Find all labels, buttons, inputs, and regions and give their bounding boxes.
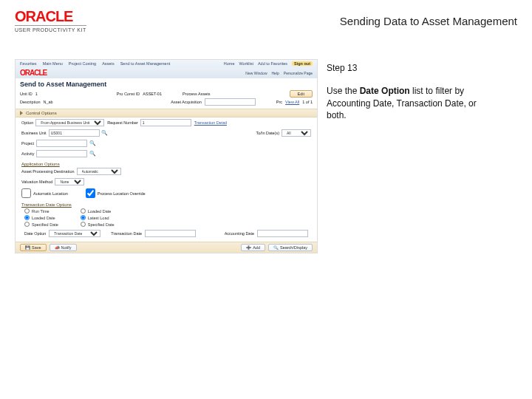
acq-input[interactable]	[205, 98, 256, 106]
notify-button[interactable]: 📣 Notify	[50, 244, 77, 251]
view-all-link[interactable]: View All	[285, 100, 299, 104]
save-button[interactable]: 💾 Save	[20, 244, 47, 251]
menu-item[interactable]: Main Menu	[43, 61, 63, 66]
txn-date-label: Transaction Date	[111, 231, 142, 236]
valmeth-label: Valuation Method	[21, 180, 52, 184]
unit-id-value: 1	[35, 92, 38, 96]
edit-button[interactable]: Edit	[290, 90, 313, 98]
procloc-checkbox[interactable]	[86, 188, 95, 198]
radio-label: Specified Date	[88, 222, 115, 227]
acct-date-input[interactable]	[257, 230, 308, 237]
app-page-title: Send to Asset Management	[16, 78, 317, 90]
menu-link[interactable]: Home	[224, 61, 235, 66]
logobar-link[interactable]: Personalize Page	[284, 71, 313, 75]
page-title: Sending Data to Asset Management	[340, 15, 517, 27]
signout-button[interactable]: Sign out	[292, 61, 313, 66]
instructions-panel: Step 13 Use the Date Option list to filt…	[327, 59, 489, 122]
control-options-header[interactable]: Control Options	[16, 109, 317, 117]
menu-link[interactable]: Worklist	[239, 61, 253, 66]
menu-item[interactable]: Send to Asset Management	[120, 61, 171, 66]
application-options-header: Application Options	[16, 159, 317, 166]
txn-detail-link[interactable]: Transaction Detail	[194, 120, 227, 125]
description-value: N_ab	[44, 100, 53, 104]
description-label: Description	[20, 100, 41, 104]
proconst-label: Pro Const ID	[117, 92, 140, 96]
proconst-value: ASSET-01	[143, 92, 162, 96]
add-button[interactable]: ➕ Add	[241, 244, 265, 251]
radio-label: Loaded Date	[88, 209, 112, 214]
menu-link[interactable]: Add to Favorites	[258, 61, 287, 66]
app-menubar: Favorites Main Menu Project Costing Asse…	[16, 60, 317, 67]
brand-main: ORACLE	[15, 9, 86, 24]
unit-id-label: Unit ID	[20, 92, 33, 96]
bu-label: Business Unit	[21, 131, 47, 135]
step-label: Step 13	[327, 62, 489, 75]
date-option-label: Date Option	[24, 231, 46, 236]
radio-label: Run Time	[32, 209, 50, 214]
right-radio-group: Loaded Date Latest Load Specified Date	[81, 208, 115, 227]
lookup-icon[interactable]: 🔍	[102, 130, 108, 136]
txn-date-input[interactable]	[145, 230, 196, 237]
acct-date-label: Accounting Date	[225, 231, 254, 236]
section-title: Control Options	[26, 111, 57, 115]
autoloc-label: Automatic Location	[33, 191, 68, 196]
option-label: Option	[21, 120, 33, 125]
menu-item[interactable]: Project Costing	[69, 61, 96, 66]
option-select[interactable]: From Approved Business Unit	[35, 119, 104, 126]
process-assets-label: Process Assets	[183, 92, 211, 96]
app-logobar: ORACLE New Window Help Personalize Page	[16, 67, 317, 78]
collapse-icon	[20, 111, 23, 115]
reqseq-input[interactable]	[140, 119, 191, 126]
logobar-link[interactable]: New Window	[245, 71, 267, 75]
logobar-link[interactable]: Help	[272, 71, 279, 75]
oracle-logo: ORACLE	[20, 69, 47, 77]
dest-label: Asset Processing Destination	[21, 169, 75, 174]
date-option-select[interactable]: Transaction Date	[49, 230, 100, 237]
specifieddate-radio-r[interactable]	[81, 222, 86, 227]
app-footer: 💾 Save 📣 Notify ➕ Add 🔍 Search/Display	[16, 242, 317, 253]
prc-label: Prc	[276, 100, 282, 104]
activity-input[interactable]	[36, 150, 87, 157]
todate-label: To/In Date(s)	[256, 131, 279, 135]
instruction-text: Use the Date Option list to filter by Ac…	[327, 85, 489, 122]
pager-text: 1 of 1	[302, 100, 313, 104]
acq-label: Asset Acquisition	[171, 100, 202, 104]
procloc-label: Process Location Override	[98, 191, 146, 196]
loadeddate-radio-r[interactable]	[81, 208, 86, 214]
loadeddate-radio[interactable]	[24, 215, 30, 220]
specifieddate-radio[interactable]	[24, 222, 30, 227]
brand-sub: USER PRODUCTIVITY KIT	[15, 25, 86, 33]
search-button[interactable]: 🔍 Search/Display	[268, 244, 313, 251]
reqseq-label: Request Number	[107, 120, 138, 125]
project-input[interactable]	[36, 140, 87, 147]
radio-label: Latest Load	[88, 216, 109, 220]
activity-label: Activity	[21, 151, 34, 156]
lookup-icon[interactable]: 🔍	[89, 140, 95, 146]
bu-input[interactable]	[49, 129, 100, 137]
left-radio-group: Run Time Loaded Date Specified Date	[24, 208, 58, 227]
runtime-radio[interactable]	[24, 208, 30, 214]
menu-item[interactable]: Assets	[102, 61, 115, 66]
transaction-date-options-header: Transaction Date Options	[16, 200, 317, 207]
project-label: Project	[21, 141, 34, 146]
autoloc-checkbox[interactable]	[21, 188, 31, 198]
oracle-upk-brand: ORACLE USER PRODUCTIVITY KIT	[15, 9, 86, 33]
lookup-icon[interactable]: 🔍	[89, 151, 95, 157]
todate-select[interactable]: All	[282, 129, 311, 137]
latestload-radio[interactable]	[81, 215, 86, 220]
radio-label: Specified Date	[32, 222, 58, 227]
dest-select[interactable]: Automatic	[77, 168, 121, 175]
app-screenshot: Favorites Main Menu Project Costing Asse…	[15, 59, 318, 253]
radio-label: Loaded Date	[32, 216, 55, 220]
valmeth-select[interactable]: None	[55, 178, 84, 185]
menu-item[interactable]: Favorites	[20, 61, 37, 66]
